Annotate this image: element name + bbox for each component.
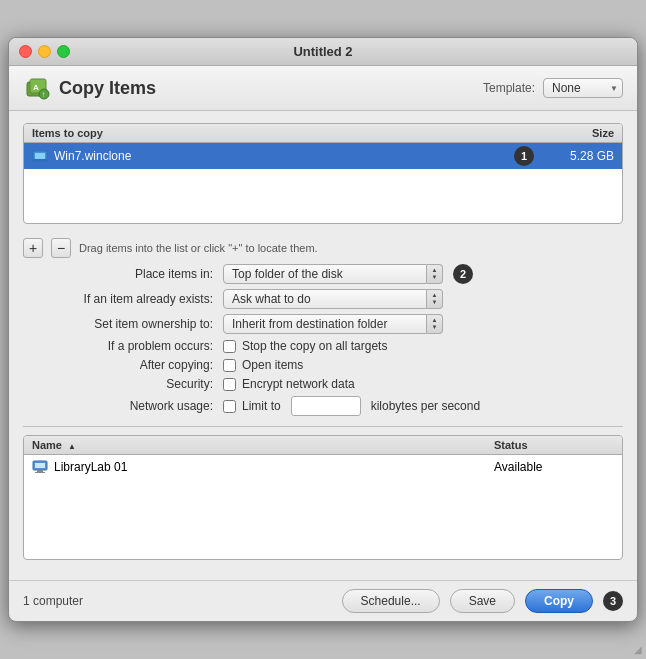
- ownership-control: Inherit from destination folder ▲ ▼: [223, 314, 623, 334]
- exists-label: If an item already exists:: [23, 292, 223, 306]
- exists-select-wrapper[interactable]: Ask what to do ▲ ▼: [223, 289, 623, 309]
- toolbar-title: Copy Items: [59, 78, 156, 99]
- copy-items-icon: A ↑: [23, 74, 51, 102]
- template-label: Template:: [483, 81, 535, 95]
- kbps-label: kilobytes per second: [371, 399, 480, 413]
- limit-label: Limit to: [242, 399, 281, 413]
- limit-input[interactable]: [291, 396, 361, 416]
- items-header: Items to copy Size: [24, 124, 622, 143]
- svg-text:↑: ↑: [42, 90, 46, 99]
- toolbar-right: Template: None: [483, 78, 623, 98]
- after-copying-control: Open items: [223, 358, 623, 372]
- drag-hint: Drag items into the list or click "+" to…: [79, 242, 318, 254]
- close-button[interactable]: [19, 45, 32, 58]
- svg-rect-11: [35, 472, 45, 473]
- title-bar: Untitled 2: [9, 38, 637, 66]
- open-items-checkbox[interactable]: [223, 359, 236, 372]
- window-controls: [19, 45, 70, 58]
- svg-rect-7: [33, 159, 47, 161]
- maximize-button[interactable]: [57, 45, 70, 58]
- security-row: Security: Encrypt network data: [23, 377, 623, 391]
- minimize-button[interactable]: [38, 45, 51, 58]
- problem-control: Stop the copy on all targets: [223, 339, 623, 353]
- add-item-button[interactable]: +: [23, 238, 43, 258]
- divider: [23, 426, 623, 427]
- schedule-button[interactable]: Schedule...: [342, 589, 440, 613]
- item-row[interactable]: Win7.winclone 1 5.28 GB: [24, 143, 622, 169]
- app-window: Untitled 2 A ↑ Copy Items Template: None: [8, 37, 638, 622]
- open-items-label: Open items: [242, 358, 303, 372]
- template-select[interactable]: None: [543, 78, 623, 98]
- encrypt-checkbox[interactable]: [223, 378, 236, 391]
- exists-arrows[interactable]: ▲ ▼: [427, 289, 443, 309]
- main-content: Items to copy Size Win7.winclone 1 5.28 …: [9, 111, 637, 580]
- step-3-badge: 3: [603, 591, 623, 611]
- limit-checkbox[interactable]: [223, 400, 236, 413]
- security-control: Encrypt network data: [223, 377, 623, 391]
- toolbar-left: A ↑ Copy Items: [23, 74, 156, 102]
- svg-rect-6: [35, 153, 45, 159]
- problem-row: If a problem occurs: Stop the copy on al…: [23, 339, 623, 353]
- window-title: Untitled 2: [293, 44, 352, 59]
- place-items-select-wrapper[interactable]: Top folder of the disk ▲ ▼: [223, 264, 443, 284]
- computers-empty-space: [24, 479, 622, 559]
- footer: 1 computer Schedule... Save Copy 3: [9, 580, 637, 621]
- ownership-row: Set item ownership to: Inherit from dest…: [23, 314, 623, 334]
- ownership-select-wrapper[interactable]: Inherit from destination folder ▲ ▼: [223, 314, 623, 334]
- place-items-control: Top folder of the disk ▲ ▼ 2: [223, 264, 623, 284]
- after-copying-label: After copying:: [23, 358, 223, 372]
- network-control: Limit to kilobytes per second: [223, 396, 623, 416]
- computers-panel: Name ▲ Status LibraryLab 01 Available: [23, 435, 623, 560]
- problem-label: If a problem occurs:: [23, 339, 223, 353]
- name-col-header: Name ▲: [32, 439, 494, 451]
- encrypt-label: Encrypt network data: [242, 377, 355, 391]
- place-items-label: Place items in:: [23, 267, 223, 281]
- item-name: Win7.winclone: [54, 149, 508, 163]
- items-footer: + − Drag items into the list or click "+…: [23, 232, 623, 264]
- template-select-wrapper[interactable]: None: [543, 78, 623, 98]
- problem-checkbox-label: Stop the copy on all targets: [242, 339, 387, 353]
- computer-name: LibraryLab 01: [54, 460, 494, 474]
- step-2-badge: 2: [453, 264, 473, 284]
- ownership-label: Set item ownership to:: [23, 317, 223, 331]
- items-panel: Items to copy Size Win7.winclone 1 5.28 …: [23, 123, 623, 224]
- place-items-select-group: Top folder of the disk ▲ ▼ 2: [223, 264, 623, 284]
- footer-buttons: Schedule... Save Copy 3: [342, 589, 623, 613]
- computer-icon: [32, 459, 48, 475]
- place-items-row: Place items in: Top folder of the disk ▲…: [23, 264, 623, 284]
- copy-area: Copy 3: [525, 589, 623, 613]
- toolbar: A ↑ Copy Items Template: None: [9, 66, 637, 111]
- computers-header[interactable]: Name ▲ Status: [24, 436, 622, 455]
- status-col-header: Status: [494, 439, 614, 451]
- computer-count: 1 computer: [23, 594, 83, 608]
- items-col-name: Items to copy: [32, 127, 534, 139]
- item-size: 5.28 GB: [534, 149, 614, 163]
- winclone-icon: [32, 148, 48, 164]
- network-label: Network usage:: [23, 399, 223, 413]
- exists-select[interactable]: Ask what to do: [223, 289, 427, 309]
- ownership-select[interactable]: Inherit from destination folder: [223, 314, 427, 334]
- computer-status: Available: [494, 460, 614, 474]
- place-items-arrows[interactable]: ▲ ▼: [427, 264, 443, 284]
- ownership-arrows[interactable]: ▲ ▼: [427, 314, 443, 334]
- form-section: Place items in: Top folder of the disk ▲…: [23, 264, 623, 416]
- svg-rect-9: [35, 463, 45, 468]
- computer-row[interactable]: LibraryLab 01 Available: [24, 455, 622, 479]
- sort-arrow: ▲: [68, 442, 76, 451]
- step-1-badge: 1: [514, 146, 534, 166]
- svg-text:A: A: [33, 83, 39, 92]
- after-copying-row: After copying: Open items: [23, 358, 623, 372]
- exists-row: If an item already exists: Ask what to d…: [23, 289, 623, 309]
- remove-item-button[interactable]: −: [51, 238, 71, 258]
- problem-checkbox[interactable]: [223, 340, 236, 353]
- items-col-size: Size: [534, 127, 614, 139]
- items-list: Win7.winclone 1 5.28 GB: [24, 143, 622, 223]
- svg-rect-10: [37, 470, 43, 472]
- exists-control: Ask what to do ▲ ▼: [223, 289, 623, 309]
- network-row: Network usage: Limit to kilobytes per se…: [23, 396, 623, 416]
- copy-button[interactable]: Copy: [525, 589, 593, 613]
- place-items-select[interactable]: Top folder of the disk: [223, 264, 427, 284]
- security-label: Security:: [23, 377, 223, 391]
- save-button[interactable]: Save: [450, 589, 515, 613]
